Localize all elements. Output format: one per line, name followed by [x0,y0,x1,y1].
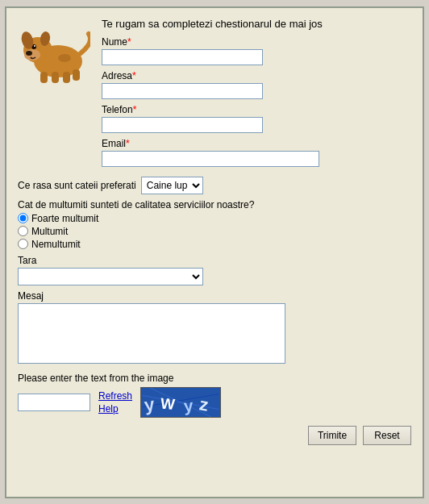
address-field-group: Adresa* [102,70,411,99]
radio-group: Foarte multumit Multumit Nemultumit [18,213,411,250]
radio-no-label: Nemultumit [31,239,81,250]
email-label: Email* [102,138,411,149]
radio-very-input[interactable] [18,213,28,223]
captcha-row: Refresh Help y W y [18,387,411,418]
email-input[interactable] [102,151,319,167]
svg-point-12 [58,54,71,62]
phone-field-group: Telefon* [102,104,411,133]
reset-button[interactable]: Reset [363,426,411,445]
mesaj-textarea[interactable] [18,303,285,364]
satisfaction-section: Cat de multumiti sunteti de calitatea se… [18,199,411,250]
address-input[interactable] [102,83,263,99]
captcha-image: y W y z [140,387,221,418]
svg-rect-9 [52,72,59,83]
help-link[interactable]: Help [98,403,132,414]
name-field-group: Nume* [102,36,411,65]
buttons-row: Trimite Reset [18,426,411,445]
mesaj-label: Mesaj [18,290,411,302]
svg-rect-10 [63,72,70,83]
name-input[interactable] [102,49,263,65]
radio-very-satisfied[interactable]: Foarte multumit [18,213,411,224]
race-label: Ce rasa sunt cateii preferati [18,180,136,191]
race-select[interactable]: Caine lup Labrador Pudel Husky [141,177,203,194]
svg-point-3 [26,51,32,56]
svg-text:y: y [183,395,194,414]
submit-button[interactable]: Trimite [308,426,356,445]
refresh-link[interactable]: Refresh [98,390,132,402]
radio-ok-input[interactable] [18,226,28,236]
intro-text: Te rugam sa completezi chestionarul de m… [102,18,411,30]
phone-input[interactable] [102,117,263,133]
race-row: Ce rasa sunt cateii preferati Caine lup … [18,177,411,194]
tara-select[interactable]: Romania Moldova [18,268,203,285]
captcha-label: Please enter the text from the image [18,373,411,384]
satisfaction-label: Cat de multumiti sunteti de calitatea se… [18,199,411,210]
dog-icon [18,19,90,84]
radio-ok-label: Multumit [31,226,68,237]
tara-label: Tara [18,255,411,266]
email-field-group: Email* [102,138,411,167]
svg-rect-8 [40,72,48,83]
svg-text:W: W [160,394,176,412]
captcha-input[interactable] [18,394,90,411]
mesaj-section: Mesaj [18,290,411,366]
svg-rect-11 [73,69,80,81]
address-label: Adresa* [102,70,411,81]
phone-label: Telefon* [102,104,411,115]
tara-section: Tara Romania Moldova [18,255,411,285]
svg-point-5 [34,45,35,47]
captcha-section: Please enter the text from the image Ref… [18,373,411,418]
main-window: Te rugam sa completezi chestionarul de m… [5,6,424,498]
captcha-links: Refresh Help [98,390,132,414]
radio-no-input[interactable] [18,239,28,249]
form-section: Te rugam sa completezi chestionarul de m… [102,18,411,172]
radio-satisfied[interactable]: Multumit [18,226,411,237]
radio-very-label: Foarte multumit [31,213,98,224]
radio-unsatisfied[interactable]: Nemultumit [18,239,411,250]
name-label: Nume* [102,36,411,48]
